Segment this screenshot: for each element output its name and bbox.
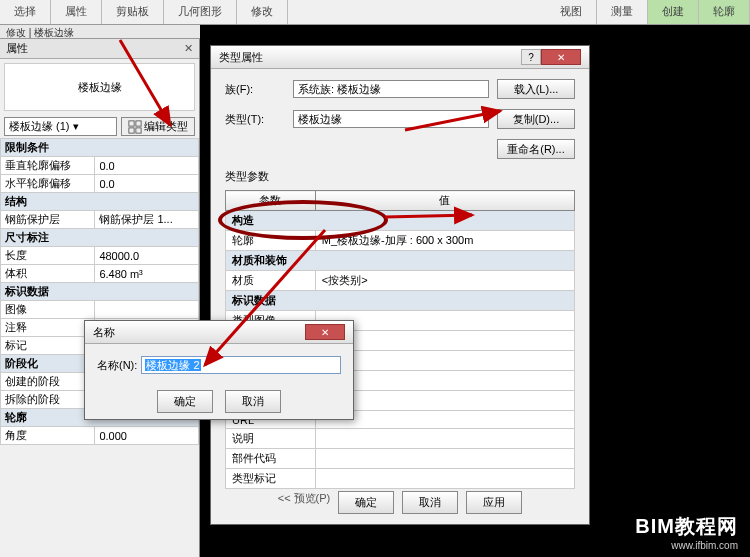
close-button[interactable]: ✕ <box>541 49 581 65</box>
annotation-arrow <box>380 205 480 225</box>
watermark: BIM教程网 www.ifbim.com <box>635 513 738 551</box>
param-name: 类型标记 <box>226 469 316 489</box>
param-value[interactable]: <按类别> <box>315 271 574 291</box>
type-label: 类型(T): <box>225 112 285 127</box>
ribbon: 选择 属性 剪贴板 几何图形 修改 视图 测量 创建 轮廓 <box>0 0 750 25</box>
prop-name: 体积 <box>1 265 95 283</box>
load-button[interactable]: 载入(L)... <box>497 79 575 99</box>
prop-name: 拆除的阶段 <box>1 391 95 409</box>
ribbon-tab[interactable]: 几何图形 <box>164 0 237 24</box>
svg-line-7 <box>205 230 325 365</box>
prop-value[interactable]: 48000.0 <box>95 247 199 265</box>
param-name: 说明 <box>226 429 316 449</box>
param-label: 类型参数 <box>225 169 575 184</box>
ok-button[interactable]: 确定 <box>338 491 394 514</box>
prop-name: 角度 <box>1 427 95 445</box>
svg-line-5 <box>405 111 500 130</box>
dialog-title: 类型属性 <box>219 50 263 65</box>
family-label: 族(F): <box>225 82 285 97</box>
prop-category: 尺寸标注 <box>1 229 199 247</box>
family-selector[interactable]: 系统族: 楼板边缘 <box>293 80 489 98</box>
ribbon-tab[interactable]: 修改 <box>237 0 288 24</box>
ribbon-tab[interactable]: 创建 <box>648 0 699 24</box>
prop-value[interactable]: 钢筋保护层 1... <box>95 211 199 229</box>
ribbon-tab[interactable]: 剪贴板 <box>102 0 164 24</box>
annotation-arrow <box>400 105 510 135</box>
ribbon-tab-profile[interactable]: 轮廓 <box>699 0 750 24</box>
annotation-arrow <box>195 225 335 375</box>
name-label: 名称(N): <box>97 358 137 373</box>
param-value[interactable] <box>315 449 574 469</box>
param-value[interactable] <box>315 351 574 371</box>
preview-button[interactable]: << 预览(P) <box>278 491 331 514</box>
prop-value[interactable]: 0.000 <box>95 427 199 445</box>
apply-button[interactable]: 应用 <box>466 491 522 514</box>
type-selector[interactable]: 楼板边缘 (1) ▾ <box>4 117 117 136</box>
prop-value[interactable]: 6.480 m³ <box>95 265 199 283</box>
ribbon-tab[interactable]: 视图 <box>546 0 597 24</box>
prop-name: 图像 <box>1 301 95 319</box>
param-name: 部件代码 <box>226 449 316 469</box>
svg-line-6 <box>385 215 472 217</box>
watermark-title: BIM教程网 <box>635 513 738 540</box>
watermark-url: www.ifbim.com <box>635 540 738 551</box>
prop-category: 限制条件 <box>1 139 199 157</box>
param-value[interactable] <box>315 391 574 411</box>
prop-name: 垂直轮廓偏移 <box>1 157 95 175</box>
prop-category: 结构 <box>1 193 199 211</box>
properties-title: 属性 <box>6 41 28 56</box>
ribbon-tab[interactable]: 选择 <box>0 0 51 24</box>
param-value[interactable] <box>315 311 574 331</box>
ribbon-tab[interactable]: 测量 <box>597 0 648 24</box>
param-value[interactable] <box>315 411 574 429</box>
svg-line-4 <box>120 40 170 125</box>
param-value[interactable] <box>315 469 574 489</box>
cancel-button[interactable]: 取消 <box>402 491 458 514</box>
prop-name: 创建的阶段 <box>1 373 95 391</box>
cancel-button[interactable]: 取消 <box>225 390 281 413</box>
prop-name: 注释 <box>1 319 95 337</box>
dialog-titlebar[interactable]: 类型属性 ?✕ <box>211 46 589 69</box>
prop-name: 长度 <box>1 247 95 265</box>
rename-button[interactable]: 重命名(R)... <box>497 139 575 159</box>
ok-button[interactable]: 确定 <box>157 390 213 413</box>
param-value[interactable] <box>315 371 574 391</box>
prop-value[interactable]: 0.0 <box>95 157 199 175</box>
prop-value[interactable] <box>95 301 199 319</box>
prop-value[interactable]: 0.0 <box>95 175 199 193</box>
annotation-arrow <box>110 30 190 140</box>
prop-name: 标记 <box>1 337 95 355</box>
prop-category: 标识数据 <box>1 283 199 301</box>
param-value[interactable] <box>315 331 574 351</box>
prop-name: 钢筋保护层 <box>1 211 95 229</box>
ribbon-tab[interactable]: 属性 <box>51 0 102 24</box>
prop-name: 水平轮廓偏移 <box>1 175 95 193</box>
param-value[interactable] <box>315 429 574 449</box>
dialog-title: 名称 <box>93 325 115 340</box>
help-icon[interactable]: ? <box>521 49 541 65</box>
